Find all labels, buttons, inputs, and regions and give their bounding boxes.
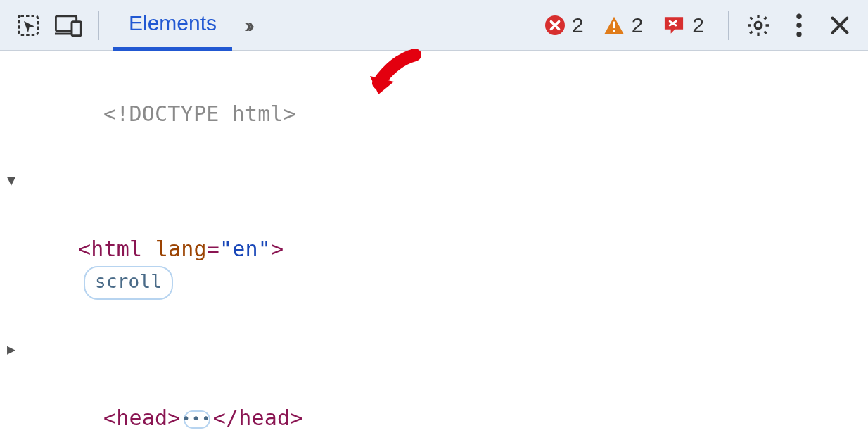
tree-html-open[interactable]: ▼ <html lang="en"> scroll [27, 165, 861, 334]
ellipsis-icon[interactable]: ••• [184, 410, 210, 429]
svg-rect-6 [613, 30, 615, 32]
tab-elements[interactable]: Elements [113, 0, 232, 51]
issue-icon [663, 15, 685, 36]
error-icon [545, 15, 565, 35]
device-toolbar-icon[interactable] [53, 10, 84, 41]
svg-point-8 [796, 13, 801, 18]
tree-doctype[interactable]: <!DOCTYPE html> [27, 63, 861, 165]
inspect-element-icon[interactable] [13, 10, 44, 41]
more-options-icon[interactable] [784, 10, 815, 41]
svg-point-7 [755, 22, 762, 29]
more-tabs-icon[interactable]: ›› [245, 13, 250, 37]
devtools-toolbar: Elements ›› 2 2 2 [0, 0, 868, 51]
scroll-badge[interactable]: scroll [84, 266, 173, 300]
issue-count: 2 [692, 13, 704, 37]
svg-rect-5 [613, 21, 615, 28]
close-icon[interactable] [824, 10, 855, 41]
warning-icon [604, 15, 625, 35]
svg-rect-3 [72, 21, 81, 35]
toolbar-divider [728, 11, 729, 40]
elements-dom-tree[interactable]: <!DOCTYPE html> ▼ <html lang="en"> scrol… [0, 51, 868, 435]
gear-icon[interactable] [743, 10, 774, 41]
caret-down-icon[interactable]: ▼ [7, 169, 15, 191]
error-count: 2 [572, 13, 584, 37]
warning-counter[interactable]: 2 [604, 13, 653, 37]
issue-counter[interactable]: 2 [663, 13, 714, 37]
warning-count: 2 [632, 13, 644, 37]
svg-point-10 [796, 32, 801, 37]
toolbar-divider [98, 11, 99, 40]
error-counter[interactable]: 2 [545, 13, 594, 37]
svg-point-9 [796, 23, 801, 27]
caret-right-icon[interactable]: ▶ [7, 338, 15, 360]
tree-head[interactable]: ▶ <head>•••</head> [27, 334, 861, 435]
